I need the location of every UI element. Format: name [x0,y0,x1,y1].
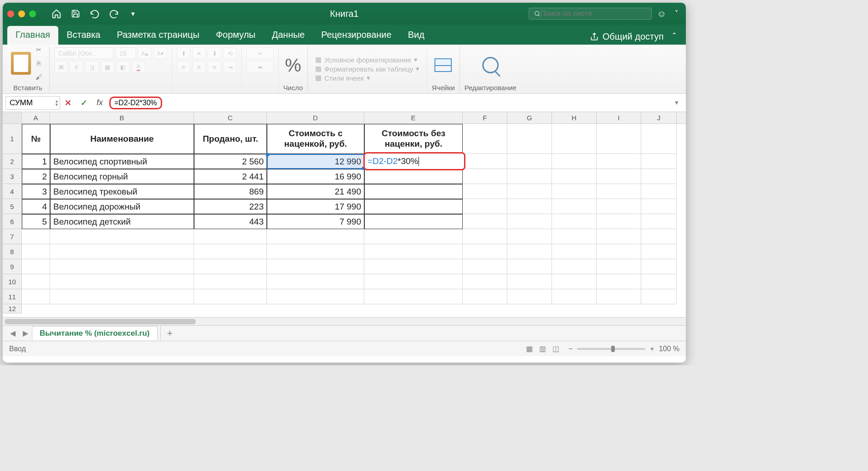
align-middle-icon[interactable]: ≡ [192,47,206,59]
align-bottom-icon[interactable]: ⬇ [208,47,221,59]
cell-c7[interactable] [194,229,267,244]
cancel-formula-button[interactable]: ✕ [65,98,71,108]
spreadsheet-grid[interactable]: A B C D E F G H I J 1 2 3 4 5 6 7 8 9 10… [3,112,686,317]
cell-c5[interactable]: 223 [194,199,267,214]
cell-h6[interactable] [552,214,597,229]
cell-h3[interactable] [552,169,597,184]
cell-a8[interactable] [22,244,50,259]
italic-button[interactable]: К [70,61,83,73]
cell-g6[interactable] [507,214,552,229]
row-header-3[interactable]: 3 [3,169,22,184]
conditional-formatting-button[interactable]: ▦ Условное форматирование ▾ [315,56,419,64]
formula-input[interactable]: =D2-D2*30% [109,97,162,109]
cell-h7[interactable] [552,229,597,244]
cell-d4[interactable]: 21 490 [267,184,364,199]
cell-a6[interactable]: 5 [22,214,50,229]
merge-cells-icon[interactable]: ⬌ [246,61,274,73]
zoom-slider[interactable] [577,348,645,350]
cell-e3[interactable] [364,169,463,184]
cell-c10[interactable] [194,274,267,289]
wrap-text-icon[interactable]: ↵ [246,47,274,59]
cell-i5[interactable] [597,199,641,214]
close-window-button[interactable] [7,10,14,17]
col-header-a[interactable]: A [22,112,50,123]
paste-icon[interactable] [11,52,31,75]
cell-g3[interactable] [507,169,552,184]
decrease-font-icon[interactable]: A▾ [153,47,167,59]
underline-button[interactable]: Ч [85,61,99,73]
cell-i6[interactable] [597,214,641,229]
tab-insert[interactable]: Вставка [58,26,108,45]
borders-button[interactable]: ▦ [101,61,114,73]
cell-c11[interactable] [194,289,267,304]
row-header-4[interactable]: 4 [3,184,22,199]
cell-c2[interactable]: 2 560 [194,154,267,169]
row-header-7[interactable]: 7 [3,229,22,244]
cell-c1[interactable]: Продано, шт. [194,124,267,154]
cell-j8[interactable] [641,244,677,259]
cell-i8[interactable] [597,244,641,259]
sheet-nav-next-icon[interactable]: ▶ [19,329,32,338]
cell-j11[interactable] [641,289,677,304]
col-header-h[interactable]: H [552,112,597,123]
format-as-table-button[interactable]: ▦ Форматировать как таблицу ▾ [315,65,419,73]
cut-icon[interactable]: ✂ [33,44,45,56]
cell-a5[interactable]: 4 [22,199,50,214]
cell-f7[interactable] [463,229,507,244]
cell-f3[interactable] [463,169,507,184]
cell-g7[interactable] [507,229,552,244]
cell-a9[interactable] [22,259,50,274]
cell-g11[interactable] [507,289,552,304]
expand-formula-bar-icon[interactable]: ▼ [670,97,683,108]
cell-h4[interactable] [552,184,597,199]
scrollbar-thumb[interactable] [5,319,196,324]
cell-f6[interactable] [463,214,507,229]
sheet-nav-prev-icon[interactable]: ◀ [6,329,19,338]
cell-e9[interactable] [364,259,463,274]
cell-i2[interactable] [597,154,641,169]
cell-d9[interactable] [267,259,364,274]
cell-c8[interactable] [194,244,267,259]
align-left-icon[interactable]: ≡ [177,61,190,73]
cell-f11[interactable] [463,289,507,304]
font-name-select[interactable]: Calibri (Осн... [54,47,113,59]
share-button[interactable]: Общий доступ ˆ [584,29,681,45]
view-page-layout-icon[interactable]: ▥ [539,344,546,353]
qat-dropdown-icon[interactable]: ▼ [126,7,140,20]
cell-j9[interactable] [641,259,677,274]
cell-j3[interactable] [641,169,677,184]
col-header-g[interactable]: G [507,112,552,123]
cell-b11[interactable] [50,289,194,304]
cell-g8[interactable] [507,244,552,259]
cell-c6[interactable]: 443 [194,214,267,229]
cell-i9[interactable] [597,259,641,274]
cell-i10[interactable] [597,274,641,289]
cell-e10[interactable] [364,274,463,289]
cell-d5[interactable]: 17 990 [267,199,364,214]
cell-h1[interactable] [552,124,597,154]
cell-j5[interactable] [641,199,677,214]
align-right-icon[interactable]: ≡ [208,61,221,73]
cell-h10[interactable] [552,274,597,289]
cell-b10[interactable] [50,274,194,289]
percent-icon[interactable]: % [285,55,301,76]
col-header-j[interactable]: J [641,112,677,123]
cell-a3[interactable]: 2 [22,169,50,184]
feedback-icon[interactable]: ☺ [657,9,666,19]
orientation-icon[interactable]: ⟲ [223,47,237,59]
format-painter-icon[interactable]: 🖌 [33,71,45,83]
fx-icon[interactable]: fx [97,98,103,108]
view-normal-icon[interactable]: ▦ [526,344,533,353]
cell-d2[interactable]: 12 990 [267,154,364,169]
cell-j6[interactable] [641,214,677,229]
cell-c3[interactable]: 2 441 [194,169,267,184]
cell-d10[interactable] [267,274,364,289]
row-header-6[interactable]: 6 [3,214,22,229]
ribbon-collapse-icon[interactable]: ˅ [674,9,679,19]
col-header-e[interactable]: E [364,112,463,123]
zoom-in-button[interactable]: + [650,345,654,353]
sheet-tab-active[interactable]: Вычитание % (microexcel.ru) [32,326,158,340]
undo-icon[interactable] [88,7,102,20]
cell-h8[interactable] [552,244,597,259]
cell-d8[interactable] [267,244,364,259]
